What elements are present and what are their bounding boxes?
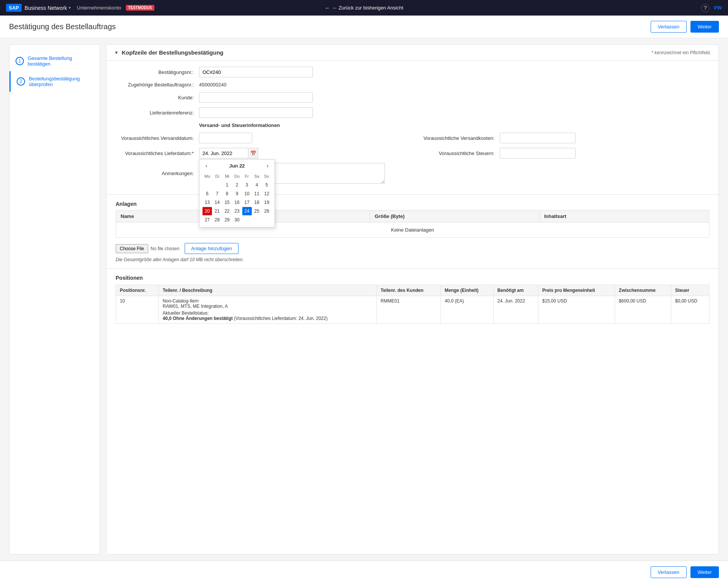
cal-day-8[interactable]: 8 <box>222 190 232 198</box>
back-button-label[interactable]: ← Zurück zur bisherigen Ansicht <box>332 5 403 11</box>
delivery-date-wrapper: 📅 ‹ Jun 22 › Mo Di <box>199 148 258 158</box>
cal-day-9[interactable]: 9 <box>232 190 242 198</box>
cal-day-19[interactable]: 19 <box>262 198 271 207</box>
cal-day-10[interactable]: 10 <box>242 190 252 198</box>
est-shipping-cost-input[interactable] <box>500 133 576 143</box>
leave-button-top[interactable]: Verlassen <box>651 21 687 33</box>
page-header: Bestätigung des Bestellauftrags Verlasse… <box>0 16 728 38</box>
cal-day-6[interactable]: 6 <box>202 190 212 198</box>
customer-input[interactable] <box>199 92 313 103</box>
shipping-section-label: Versand- und Steuerinformationen <box>199 122 280 128</box>
cal-day-7[interactable]: 7 <box>212 190 222 198</box>
est-tax-label: Voraussichtliche Steuern: <box>413 150 500 156</box>
cal-day-18[interactable]: 18 <box>252 198 262 207</box>
step-1-item[interactable]: 1 Gesamte Bestellung bestätigen <box>9 51 100 71</box>
form-section: Bestätigungsnr.: Zugehörige Bestellauftr… <box>107 61 719 194</box>
cal-next-button[interactable]: › <box>264 162 271 169</box>
brand-name: Business Network <box>25 5 67 11</box>
cal-day-13[interactable]: 13 <box>202 198 212 207</box>
customer-part-cell: RMME01 <box>377 296 441 324</box>
col-subtotal: Zwischensumme <box>615 285 671 296</box>
supplier-ref-input[interactable] <box>199 107 313 118</box>
positions-table: Positionsnr. Teilenr. / Beschreibung Tei… <box>116 285 709 324</box>
delivery-date-col: Voraussichtliches Lieferdatum:* 📅 ‹ Jun … <box>116 148 413 158</box>
est-ship-date-input[interactable] <box>199 133 252 143</box>
cal-month-label: Jun 22 <box>229 163 245 169</box>
leave-button-bottom[interactable]: Verlassen <box>651 566 687 578</box>
file-upload-row: Choose File No file chosen Anlage hinzuf… <box>116 243 709 254</box>
no-file-label: No file chosen <box>151 246 179 251</box>
cal-day-25[interactable]: 25 <box>252 207 262 215</box>
cal-day-23[interactable]: 23 <box>232 207 242 215</box>
est-delivery-date-input[interactable] <box>199 148 248 158</box>
user-initials[interactable]: PW <box>714 5 722 11</box>
cal-day-28[interactable]: 28 <box>212 216 222 224</box>
cal-day-14[interactable]: 14 <box>212 198 222 207</box>
calendar-grid: Mo Di Mi Do Fr Sa So <box>199 172 275 227</box>
cal-day-24-selected[interactable]: 24 <box>242 207 252 215</box>
status-date-info: (Voraussichtliches Lieferdatum: 24. Jun.… <box>234 316 328 321</box>
status-qty: 40,0 <box>163 316 171 321</box>
help-button[interactable]: ? <box>701 4 709 12</box>
subtotal-cell: $600,00 USD <box>615 296 671 324</box>
nav-right-controls: ? PW <box>701 4 722 12</box>
step-1-label: Gesamte Bestellung bestätigen <box>28 55 94 67</box>
cal-day-fr: Fr <box>242 173 252 179</box>
col-pos-nr: Positionsnr. <box>116 285 159 296</box>
notes-label: Anmerkungen: <box>116 171 199 176</box>
est-shipping-cost-label: Voraussichtliche Versandkosten: <box>413 135 500 141</box>
description-line1: Non-Catalog-Item <box>163 298 373 304</box>
file-size-note: Die Gesamtgröße aller Anlagen darf 10 MB… <box>116 257 709 262</box>
est-tax-input[interactable] <box>500 148 576 158</box>
cal-day-12[interactable]: 12 <box>262 190 271 198</box>
cal-day-4[interactable]: 4 <box>252 181 262 189</box>
choose-file-button[interactable]: Choose File <box>116 244 148 253</box>
collapse-icon[interactable]: ▼ <box>114 50 119 55</box>
content-area: ▼ Kopfzeile der Bestellungsbestätigung *… <box>106 44 719 555</box>
cal-day-5[interactable]: 5 <box>262 181 271 189</box>
cal-day-30[interactable]: 30 <box>232 216 242 224</box>
cal-day-21[interactable]: 21 <box>212 207 222 215</box>
calendar-icon[interactable]: 📅 <box>248 148 258 158</box>
status-label: Aktueller Bestellstatus: <box>163 310 209 316</box>
ship-cost-col: Voraussichtliche Versandkosten: <box>413 133 709 143</box>
cal-day-16[interactable]: 16 <box>232 198 242 207</box>
quantity-cell: 40,0 (EA) <box>441 296 493 324</box>
cal-day-11[interactable]: 11 <box>252 190 262 198</box>
cal-day-27[interactable]: 27 <box>202 216 212 224</box>
est-delivery-date-label: Voraussichtliches Lieferdatum:* <box>116 150 199 156</box>
col-unit-price: Preis pro Mengeneinheit <box>538 285 615 296</box>
description-line2: RAW01, MTS, ME Integration, A <box>163 304 373 309</box>
test-mode-badge: TESTMODUS <box>126 5 154 11</box>
confirmation-nr-input[interactable] <box>199 67 313 77</box>
section-title-text: Kopfzeile der Bestellungsbestätigung <box>122 49 223 56</box>
status-text: Ohne Änderungen bestätigt <box>173 316 233 321</box>
cal-day-29[interactable]: 29 <box>222 216 232 224</box>
next-button-top[interactable]: Weiter <box>690 21 719 33</box>
cal-day-15[interactable]: 15 <box>222 198 232 207</box>
cal-day-2[interactable]: 2 <box>232 181 242 189</box>
step-2-item[interactable]: 2 Bestellungsbestätigung überprüfen <box>9 71 100 92</box>
customer-label: Kunde: <box>116 95 199 100</box>
file-input-wrapper: Choose File No file chosen <box>116 244 179 253</box>
cal-day-3[interactable]: 3 <box>242 181 252 189</box>
nav-center-back[interactable]: ← ← Zurück zur bisherigen Ansicht <box>325 5 403 11</box>
supplier-ref-row: Lieferantenreferenz: <box>116 107 709 118</box>
description-cell: Non-Catalog-Item RAW01, MTS, ME Integrat… <box>159 296 377 324</box>
cal-day-1[interactable]: 1 <box>222 181 232 189</box>
nav-dropdown-icon[interactable]: ▾ <box>69 5 71 10</box>
ship-date-col: Voraussichtliches Versanddatum: <box>116 133 413 143</box>
cal-day-22[interactable]: 22 <box>222 207 232 215</box>
cal-day-26[interactable]: 26 <box>262 207 271 215</box>
next-button-bottom[interactable]: Weiter <box>690 566 719 578</box>
cal-days-grid: 1 2 3 4 5 6 7 8 9 1 <box>202 181 271 224</box>
cal-day-sa: Sa <box>252 173 262 179</box>
nav-account-label[interactable]: Unternehmenskonto <box>77 5 121 11</box>
top-navbar: SAP Business Network ▾ Unternehmenskonto… <box>0 0 728 16</box>
col-needed-on: Benötigt am <box>493 285 538 296</box>
cal-day-20-today[interactable]: 20 <box>202 207 212 215</box>
cal-prev-button[interactable]: ‹ <box>203 162 210 169</box>
cal-day-17[interactable]: 17 <box>242 198 252 207</box>
add-attachment-button[interactable]: Anlage hinzufügen <box>185 243 238 254</box>
shipping-section-row: Versand- und Steuerinformationen <box>116 122 709 128</box>
